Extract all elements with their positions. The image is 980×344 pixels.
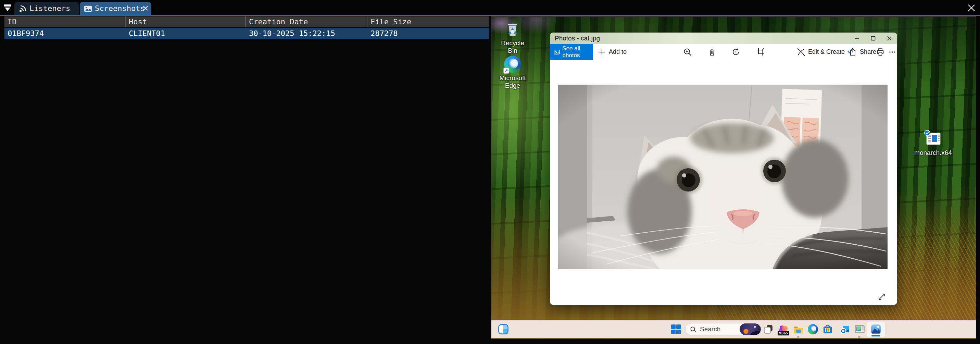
minimize-button[interactable] bbox=[849, 33, 865, 44]
outlook-icon bbox=[840, 324, 850, 334]
search-input[interactable]: Search bbox=[685, 323, 761, 335]
desktop-icon-monarch-x64[interactable]: monarch.x64 bbox=[912, 130, 954, 156]
cell-creation-date: 30-10-2025 15:22:15 bbox=[246, 28, 368, 39]
desktop-icon-microsoft-edge[interactable]: ↗ Microsoft Edge bbox=[492, 56, 533, 89]
expand-icon bbox=[877, 292, 886, 301]
edge-button[interactable] bbox=[807, 323, 819, 335]
edge-icon bbox=[808, 324, 818, 334]
search-placeholder: Search bbox=[700, 325, 740, 333]
tab-listeners[interactable]: Listeners bbox=[14, 2, 79, 15]
minimize-icon bbox=[854, 36, 860, 41]
share-label: Share bbox=[860, 48, 876, 56]
column-header-creation-date[interactable]: Creation Date bbox=[246, 16, 368, 27]
monitor-app-icon bbox=[855, 324, 865, 334]
running-indicator bbox=[797, 336, 800, 338]
window-close-button[interactable] bbox=[966, 3, 977, 13]
delete-button[interactable] bbox=[708, 47, 717, 57]
rotate-icon bbox=[732, 47, 741, 57]
search-highlight-art bbox=[740, 323, 761, 335]
collapse-triangle-icon bbox=[3, 3, 12, 12]
m365-copilot-button[interactable]: M365 bbox=[778, 323, 789, 335]
edit-create-button[interactable]: Edit & Create bbox=[797, 48, 851, 57]
ellipsis-icon bbox=[889, 48, 896, 56]
running-indicator bbox=[858, 336, 861, 338]
edit-create-icon bbox=[797, 48, 805, 57]
file-explorer-icon bbox=[793, 325, 803, 334]
task-view-button[interactable] bbox=[762, 323, 774, 335]
recycle-bin-icon bbox=[504, 21, 521, 38]
cell-host: CLIENT01 bbox=[126, 28, 246, 39]
m365-badge: M365 bbox=[778, 331, 789, 335]
screenshots-table: ID Host Creation Date File Size 01BF9374… bbox=[5, 16, 489, 39]
see-all-photos-label: See all photos bbox=[562, 45, 593, 59]
active-tab-accent-line bbox=[0, 15, 980, 16]
microsoft-store-button[interactable] bbox=[822, 323, 834, 335]
print-icon bbox=[876, 48, 885, 57]
maximize-button[interactable] bbox=[865, 33, 881, 44]
see-all-photos-button[interactable]: See all photos bbox=[550, 44, 593, 60]
trash-icon bbox=[708, 47, 717, 57]
close-button[interactable] bbox=[881, 33, 897, 44]
crop-icon bbox=[756, 47, 765, 57]
tab-list-dropdown-button[interactable] bbox=[3, 3, 12, 12]
print-button[interactable] bbox=[876, 48, 885, 57]
photos-app-button[interactable] bbox=[867, 322, 885, 337]
crop-button[interactable] bbox=[756, 47, 765, 57]
cell-file-size: 287278 bbox=[368, 28, 489, 39]
close-icon bbox=[967, 3, 976, 12]
start-button[interactable] bbox=[670, 323, 682, 335]
table-row[interactable]: 01BF9374 CLIENT01 30-10-2025 15:22:15 28… bbox=[5, 27, 489, 39]
tab-bar: Listeners Screenshots bbox=[0, 0, 980, 15]
cat-photo bbox=[558, 84, 888, 269]
column-header-file-size[interactable]: File Size bbox=[368, 16, 489, 27]
table-header: ID Host Creation Date File Size bbox=[5, 16, 489, 27]
photos-toolbar: See all photos Add to bbox=[550, 44, 897, 60]
widgets-button[interactable] bbox=[498, 323, 509, 335]
outlook-button[interactable] bbox=[839, 323, 851, 335]
rotate-button[interactable] bbox=[732, 47, 741, 57]
task-view-icon bbox=[763, 324, 773, 334]
search-icon bbox=[690, 326, 697, 333]
windows-start-icon bbox=[671, 324, 681, 334]
monitor-app-button[interactable] bbox=[854, 323, 865, 335]
tab-label: Listeners bbox=[29, 4, 70, 13]
tab-label: Screenshots bbox=[95, 4, 145, 13]
listener-signal-icon bbox=[19, 5, 27, 13]
add-to-button[interactable]: Add to bbox=[598, 48, 627, 56]
see-more-button[interactable] bbox=[889, 48, 896, 56]
screenshot-image-icon bbox=[84, 5, 92, 13]
share-button[interactable]: Share bbox=[848, 48, 876, 56]
zoom-in-icon bbox=[683, 47, 692, 57]
desktop-icon-label: Microsoft Edge bbox=[495, 74, 530, 89]
desktop-icon-label: monarch.x64 bbox=[914, 149, 952, 156]
column-header-id[interactable]: ID bbox=[5, 16, 126, 27]
zoom-button[interactable] bbox=[683, 47, 692, 57]
tab-close-icon[interactable] bbox=[142, 5, 149, 12]
column-header-host[interactable]: Host bbox=[126, 16, 246, 27]
photos-title-bar[interactable]: Photos - cat.jpg bbox=[550, 33, 897, 44]
file-explorer-button[interactable] bbox=[792, 323, 804, 335]
executable-app-icon bbox=[924, 130, 942, 148]
edit-create-label: Edit & Create bbox=[808, 48, 845, 56]
add-to-label: Add to bbox=[609, 48, 627, 56]
app-window: Listeners Screenshots bbox=[0, 0, 980, 344]
share-icon bbox=[848, 48, 857, 56]
photos-content-area bbox=[550, 60, 897, 305]
close-icon bbox=[886, 36, 892, 41]
active-app-indicator bbox=[872, 335, 880, 336]
plus-icon bbox=[598, 48, 606, 56]
photos-window: Photos - cat.jpg bbox=[550, 33, 897, 305]
fullscreen-button[interactable] bbox=[877, 292, 886, 301]
maximize-icon bbox=[870, 36, 876, 41]
photos-window-title: Photos - cat.jpg bbox=[555, 35, 600, 42]
tab-screenshots[interactable]: Screenshots bbox=[80, 2, 151, 15]
microsoft-store-icon bbox=[822, 324, 833, 334]
widgets-icon bbox=[498, 324, 509, 334]
shortcut-arrow-icon: ↗ bbox=[503, 68, 509, 74]
gallery-icon bbox=[554, 48, 560, 56]
desktop-icon-recycle-bin[interactable]: Recycle Bin bbox=[496, 21, 529, 54]
photos-app-icon bbox=[870, 324, 881, 335]
cell-id: 01BF9374 bbox=[5, 28, 126, 39]
desktop-icon-label: Recycle Bin bbox=[496, 40, 529, 54]
windows-taskbar: Search bbox=[492, 320, 976, 338]
